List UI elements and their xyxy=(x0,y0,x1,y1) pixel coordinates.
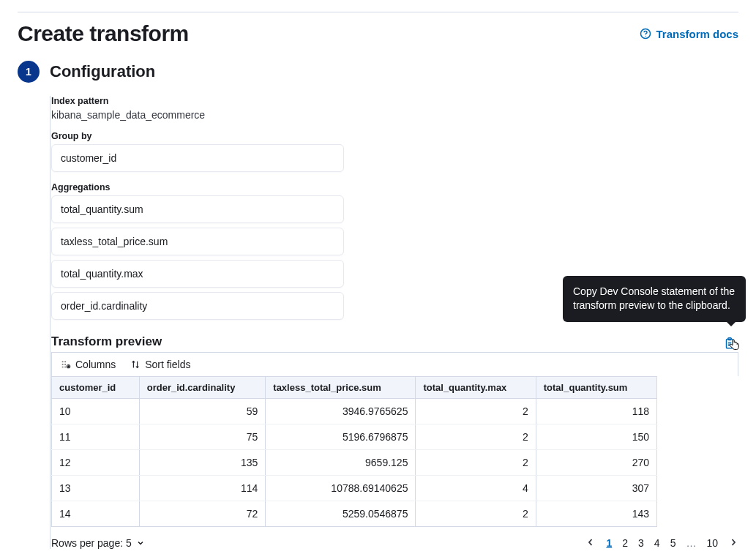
step-number-badge: 1 xyxy=(18,61,40,83)
table-cell: 13 xyxy=(52,476,140,501)
step-title: Configuration xyxy=(50,62,155,81)
table-cell: 4 xyxy=(416,476,536,501)
pagination-ellipsis: … xyxy=(686,537,696,549)
table-cell: 72 xyxy=(139,501,266,527)
table-cell: 10 xyxy=(52,399,140,424)
rows-per-page-select[interactable]: Rows per page: 5 xyxy=(51,537,145,549)
next-page-button[interactable] xyxy=(728,537,738,549)
chevron-down-icon xyxy=(136,539,145,547)
prev-page-button[interactable] xyxy=(585,537,596,549)
copy-to-clipboard-button[interactable] xyxy=(721,334,738,352)
group-by-chip[interactable]: customer_id xyxy=(51,144,344,172)
rows-per-page-label: Rows per page: 5 xyxy=(51,537,132,549)
column-header[interactable]: customer_id xyxy=(52,377,140,399)
columns-button[interactable]: Columns xyxy=(61,359,116,370)
table-cell: 11 xyxy=(52,424,140,450)
preview-title: Transform preview xyxy=(51,334,162,349)
aggregation-chip[interactable]: total_quantity.sum xyxy=(51,195,344,223)
aggregation-chip[interactable]: taxless_total_price.sum xyxy=(51,228,344,255)
table-cell: 114 xyxy=(139,476,266,501)
table-row: 14725259.05468752143 xyxy=(52,501,657,527)
page-number[interactable]: 5 xyxy=(670,537,676,549)
columns-icon xyxy=(61,359,71,370)
table-cell: 2 xyxy=(416,450,536,476)
column-header[interactable]: taxless_total_price.sum xyxy=(266,377,416,399)
column-header[interactable]: total_quantity.max xyxy=(416,377,536,399)
clipboard-icon xyxy=(723,337,736,350)
page-title: Create transform xyxy=(18,21,189,46)
aggregations-label: Aggregations xyxy=(51,182,738,192)
table-cell: 12 xyxy=(52,450,140,476)
index-pattern-value: kibana_sample_data_ecommerce xyxy=(51,109,738,121)
table-cell: 5259.0546875 xyxy=(266,501,416,527)
table-toolbar: Columns Sort fields xyxy=(51,352,738,376)
table-row: 11755196.67968752150 xyxy=(52,424,657,450)
chevron-right-icon xyxy=(730,538,737,547)
chevron-left-icon xyxy=(587,538,594,547)
sort-label: Sort fields xyxy=(145,359,190,370)
table-row: 10593946.97656252118 xyxy=(52,399,657,424)
table-row: 1311410788.691406254307 xyxy=(52,476,657,501)
aggregation-chip[interactable]: total_quantity.max xyxy=(51,260,344,288)
page-number[interactable]: 1 xyxy=(606,537,612,549)
copy-tooltip: Copy Dev Console statement of the transf… xyxy=(563,276,746,322)
page-number[interactable]: 4 xyxy=(654,537,660,549)
help-icon xyxy=(640,28,651,40)
table-cell: 14 xyxy=(52,501,140,527)
preview-table: customer_idorder_id.cardinalitytaxless_t… xyxy=(51,376,657,527)
table-cell: 143 xyxy=(536,501,656,527)
column-header[interactable]: order_id.cardinality xyxy=(139,377,266,399)
svg-point-1 xyxy=(645,36,646,37)
table-cell: 2 xyxy=(416,501,536,527)
columns-label: Columns xyxy=(75,359,116,370)
table-cell: 3946.9765625 xyxy=(266,399,416,424)
page-number[interactable]: 3 xyxy=(638,537,644,549)
table-cell: 75 xyxy=(139,424,266,450)
page-number[interactable]: 10 xyxy=(706,537,718,549)
transform-docs-link[interactable]: Transform docs xyxy=(640,28,738,40)
table-cell: 118 xyxy=(536,399,656,424)
table-cell: 9659.125 xyxy=(266,450,416,476)
sort-icon xyxy=(130,359,141,370)
aggregation-chip[interactable]: order_id.cardinality xyxy=(51,292,344,320)
column-header[interactable]: total_quantity.sum xyxy=(536,377,656,399)
table-cell: 135 xyxy=(139,450,266,476)
table-row: 121359659.1252270 xyxy=(52,450,657,476)
table-cell: 10788.69140625 xyxy=(266,476,416,501)
table-cell: 59 xyxy=(139,399,266,424)
table-cell: 5196.6796875 xyxy=(266,424,416,450)
index-pattern-label: Index pattern xyxy=(51,96,738,106)
table-cell: 150 xyxy=(536,424,656,450)
table-cell: 307 xyxy=(536,476,656,501)
docs-link-label: Transform docs xyxy=(656,28,738,40)
table-cell: 270 xyxy=(536,450,656,476)
page-number[interactable]: 2 xyxy=(622,537,628,549)
table-cell: 2 xyxy=(416,424,536,450)
sort-fields-button[interactable]: Sort fields xyxy=(130,359,190,370)
group-by-label: Group by xyxy=(51,131,738,141)
table-cell: 2 xyxy=(416,399,536,424)
